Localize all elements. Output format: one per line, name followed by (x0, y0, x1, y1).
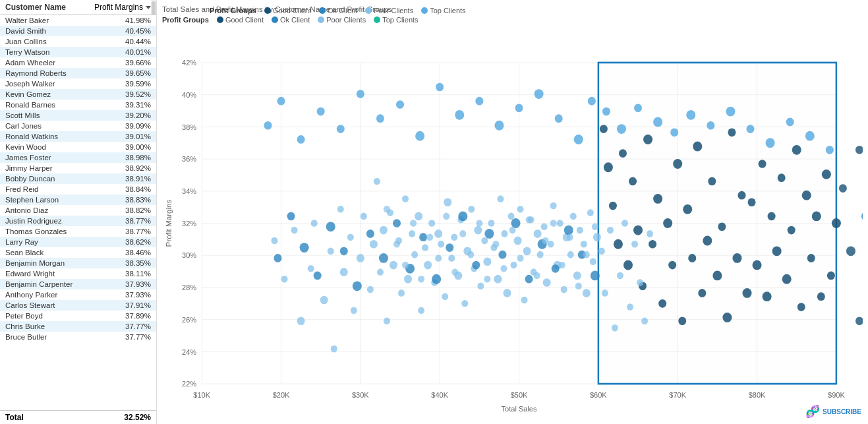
svg-point-56 (357, 254, 364, 262)
row-customer-name: Carlos Stewart (5, 301, 55, 309)
row-profit-value: 38.35% (125, 259, 151, 267)
svg-point-208 (747, 125, 755, 133)
svg-point-157 (357, 90, 364, 98)
svg-point-271 (861, 211, 863, 221)
table-row: Larry Ray38.62% (0, 237, 156, 247)
scrollbar[interactable] (151, 0, 156, 15)
svg-point-52 (337, 206, 344, 213)
svg-point-62 (380, 226, 388, 235)
svg-point-55 (351, 307, 357, 315)
table-row: Kevin Gomez39.52% (0, 89, 156, 100)
svg-point-244 (402, 262, 409, 269)
svg-point-148 (552, 264, 560, 273)
table-row: David Smith40.45% (0, 26, 156, 36)
svg-point-222 (792, 145, 801, 155)
row-profit-value: 38.83% (125, 196, 151, 204)
svg-point-253 (476, 220, 482, 227)
row-customer-name: Kevin Gomez (5, 90, 51, 98)
subscribe-badge[interactable]: 🧬 SUBSCRIBE (805, 404, 861, 419)
svg-point-267 (592, 224, 598, 231)
svg-point-61 (377, 268, 384, 276)
svg-point-82 (448, 255, 455, 262)
svg-point-156 (337, 125, 345, 133)
svg-point-203 (653, 117, 662, 127)
svg-point-116 (561, 286, 567, 293)
svg-point-69 (404, 275, 412, 284)
table-row: Peter Boyd37.89% (0, 311, 156, 321)
table-header: Customer Name Profit Margins (0, 0, 156, 15)
svg-point-212 (826, 146, 834, 154)
svg-point-169 (588, 97, 596, 106)
subscribe-label[interactable]: SUBSCRIBE (823, 408, 861, 415)
svg-text:42%: 42% (182, 59, 196, 67)
svg-point-122 (581, 241, 587, 248)
svg-point-228 (822, 169, 831, 179)
svg-point-124 (587, 209, 594, 216)
svg-point-101 (510, 262, 517, 269)
svg-point-188 (688, 254, 696, 262)
svg-point-74 (422, 244, 428, 251)
svg-point-262 (550, 220, 557, 227)
svg-text:36%: 36% (182, 155, 196, 163)
sort-icon[interactable] (146, 6, 151, 9)
svg-point-215 (759, 160, 767, 168)
svg-point-120 (573, 272, 581, 280)
row-profit-value: 38.92% (125, 164, 151, 172)
svg-point-83 (451, 233, 457, 241)
top-clients-label: Top Clients (430, 7, 465, 15)
legend: Profit Groups Good Client Ok Client Poor… (210, 7, 466, 15)
svg-point-179 (643, 135, 652, 144)
chart-panel: Total Sales and Profit Margins by Custom… (157, 0, 868, 424)
row-profit-value: 37.93% (125, 291, 151, 299)
row-profit-value: 38.77% (125, 217, 151, 225)
svg-point-43 (271, 237, 277, 245)
svg-point-51 (331, 346, 337, 353)
svg-point-94 (488, 220, 494, 227)
svg-point-171 (604, 162, 613, 172)
svg-point-189 (693, 142, 702, 152)
svg-point-60 (374, 178, 380, 185)
svg-text:22%: 22% (182, 380, 196, 388)
svg-point-210 (786, 118, 794, 127)
svg-point-121 (577, 227, 583, 234)
svg-point-164 (494, 121, 504, 131)
row-customer-name: Larry Ray (5, 238, 38, 246)
svg-point-105 (523, 247, 531, 256)
svg-point-71 (411, 251, 418, 258)
svg-point-218 (772, 246, 782, 256)
table-row: Benjamin Morgan38.35% (0, 258, 156, 268)
table-row: Bobby Duncan38.91% (0, 173, 156, 184)
svg-point-234 (612, 324, 618, 332)
svg-point-67 (398, 289, 405, 297)
svg-point-141 (458, 211, 467, 221)
svg-point-160 (415, 131, 424, 141)
svg-point-220 (782, 274, 792, 284)
row-customer-name: Scott Mills (5, 111, 40, 119)
good-client-dot (264, 7, 271, 14)
svg-point-185 (673, 159, 682, 169)
svg-point-131 (326, 222, 335, 231)
svg-point-165 (515, 104, 523, 112)
poor-clients-label: Poor Clients (374, 7, 413, 15)
svg-point-90 (474, 226, 482, 235)
svg-text:40%: 40% (182, 91, 196, 99)
svg-point-53 (340, 268, 348, 276)
svg-point-200 (602, 107, 610, 116)
table-row: Bruce Butler37.77% (0, 332, 156, 342)
svg-point-136 (393, 219, 401, 227)
svg-point-162 (455, 110, 464, 120)
svg-point-132 (340, 247, 348, 256)
table-row: Edward Wright38.11% (0, 268, 156, 279)
svg-point-249 (443, 213, 449, 220)
row-customer-name: Bobby Duncan (5, 175, 55, 183)
table-row: Kevin Wood39.00% (0, 142, 156, 152)
svg-point-192 (708, 177, 716, 186)
row-profit-value: 39.00% (125, 143, 151, 151)
row-customer-name: Ronald Barnes (5, 101, 55, 109)
svg-point-91 (477, 283, 484, 290)
table-row: Chris Burke37.77% (0, 321, 156, 332)
svg-point-280 (855, 317, 863, 325)
row-customer-name: Adam Wheeler (5, 59, 55, 67)
svg-point-76 (428, 220, 435, 227)
table-row: Ronald Barnes39.31% (0, 100, 156, 110)
